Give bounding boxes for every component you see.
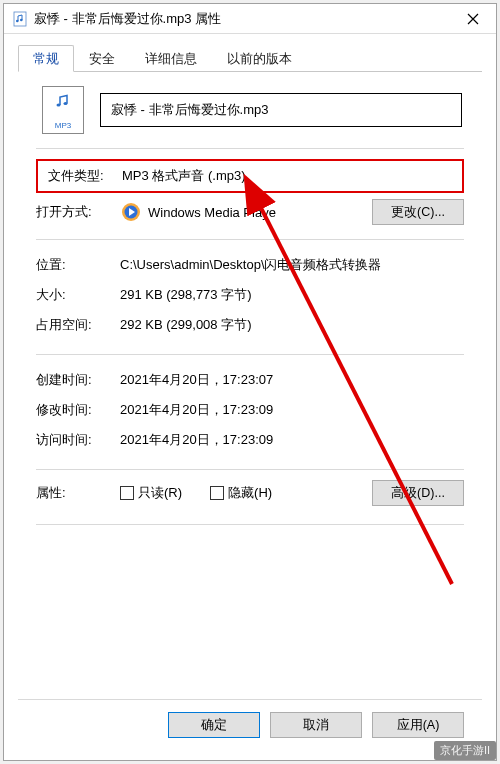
modified-value: 2021年4月20日，17:23:09: [120, 401, 464, 419]
svg-point-2: [20, 18, 23, 21]
titlebar: 寂悸 - 非常后悔爱过你.mp3 属性: [4, 4, 496, 34]
diskspace-value: 292 KB (299,008 字节): [120, 316, 464, 334]
accessed-label: 访问时间:: [36, 431, 120, 449]
filetype-label: 文件类型:: [48, 167, 122, 185]
file-type-icon: MP3: [42, 86, 84, 134]
separator: [36, 524, 464, 525]
separator: [36, 354, 464, 355]
hidden-checkbox[interactable]: 隐藏(H): [210, 484, 272, 502]
location-label: 位置:: [36, 256, 120, 274]
hidden-label: 隐藏(H): [228, 484, 272, 502]
location-value: C:\Users\admin\Desktop\闪电音频格式转换器: [120, 256, 464, 274]
apply-button[interactable]: 应用(A): [372, 712, 464, 738]
readonly-label: 只读(R): [138, 484, 182, 502]
created-value: 2021年4月20日，17:23:07: [120, 371, 464, 389]
filetype-value: MP3 格式声音 (.mp3): [122, 167, 462, 185]
icon-caption: MP3: [55, 121, 71, 130]
mp3-file-icon: [12, 11, 28, 27]
tab-details[interactable]: 详细信息: [130, 45, 212, 72]
window-title: 寂悸 - 非常后悔爱过你.mp3 属性: [34, 10, 221, 28]
close-button[interactable]: [450, 4, 496, 34]
wmp-icon: [120, 201, 142, 223]
filetype-row: 文件类型: MP3 格式声音 (.mp3): [36, 159, 464, 193]
music-note-icon: [43, 93, 83, 109]
separator: [36, 239, 464, 240]
tab-security[interactable]: 安全: [74, 45, 130, 72]
svg-rect-0: [14, 12, 26, 26]
svg-point-3: [57, 104, 61, 107]
general-panel: MP3 寂悸 - 非常后悔爱过你.mp3 文件类型: MP3 格式声音 (.mp…: [18, 72, 482, 699]
tab-general[interactable]: 常规: [18, 45, 74, 72]
tab-previous-versions[interactable]: 以前的版本: [212, 45, 307, 72]
checkbox-box: [120, 486, 134, 500]
advanced-button[interactable]: 高级(D)...: [372, 480, 464, 506]
size-value: 291 KB (298,773 字节): [120, 286, 464, 304]
cancel-button[interactable]: 取消: [270, 712, 362, 738]
accessed-value: 2021年4月20日，17:23:09: [120, 431, 464, 449]
watermark: 京化手游II: [434, 741, 496, 760]
separator: [36, 148, 464, 149]
svg-point-4: [64, 102, 68, 105]
tab-bar: 常规 安全 详细信息 以前的版本: [18, 44, 482, 72]
properties-dialog: 寂悸 - 非常后悔爱过你.mp3 属性 常规 安全 详细信息 以前的版本: [3, 3, 497, 761]
readonly-checkbox[interactable]: 只读(R): [120, 484, 182, 502]
attributes-row: 属性: 只读(R) 隐藏(H) 高级(D)...: [36, 480, 464, 506]
change-button[interactable]: 更改(C)...: [372, 199, 464, 225]
created-label: 创建时间:: [36, 371, 120, 389]
ok-button[interactable]: 确定: [168, 712, 260, 738]
dialog-buttons: 确定 取消 应用(A): [18, 699, 482, 752]
openwith-label: 打开方式:: [36, 203, 120, 221]
openwith-row: 打开方式: Windows Media Playe 更改(C)...: [36, 199, 464, 225]
diskspace-label: 占用空间:: [36, 316, 120, 334]
separator: [36, 469, 464, 470]
checkbox-box: [210, 486, 224, 500]
svg-point-1: [16, 19, 19, 22]
attributes-label: 属性:: [36, 484, 120, 502]
openwith-value: Windows Media Playe: [148, 205, 276, 220]
size-label: 大小:: [36, 286, 120, 304]
filename-input[interactable]: 寂悸 - 非常后悔爱过你.mp3: [100, 93, 462, 127]
filename-text: 寂悸 - 非常后悔爱过你.mp3: [111, 101, 268, 119]
modified-label: 修改时间:: [36, 401, 120, 419]
